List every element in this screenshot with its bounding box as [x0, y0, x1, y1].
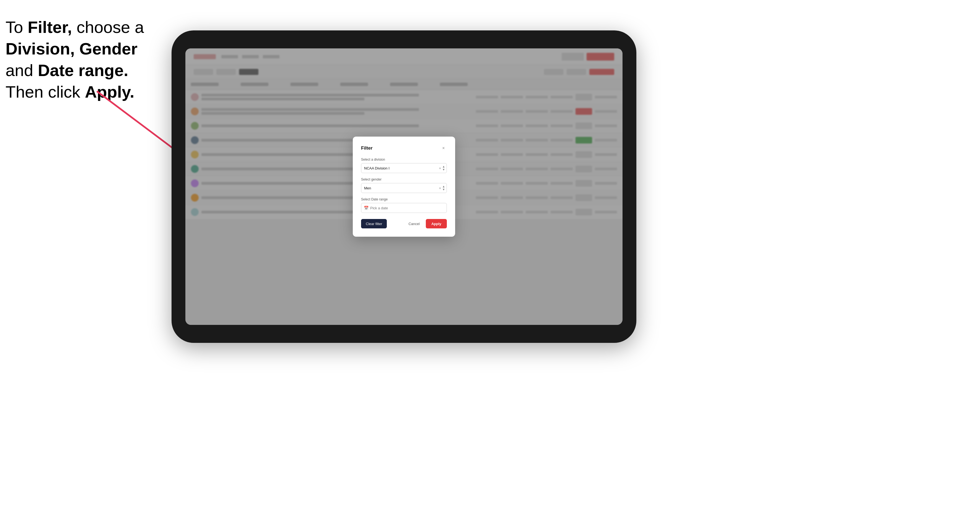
date-field-group: Select Date range 📅 — [361, 197, 447, 213]
division-label: Select a division — [361, 157, 447, 162]
tablet-screen: Filter × Select a division NCAA Division… — [185, 48, 622, 325]
gender-field-group: Select gender Men Women Co-ed × ▲▼ — [361, 178, 447, 193]
cancel-button[interactable]: Cancel — [404, 219, 424, 229]
division-chevron-icon: ▲▼ — [442, 165, 445, 171]
apply-button[interactable]: Apply — [426, 219, 447, 229]
gender-chevron-icon: ▲▼ — [442, 185, 445, 191]
division-select-controls: × ▲▼ — [439, 165, 445, 171]
dialog-title: Filter — [361, 145, 373, 151]
date-input[interactable] — [361, 203, 447, 213]
instruction-line2: Division, Gender — [6, 40, 137, 58]
gender-clear-icon[interactable]: × — [439, 186, 441, 190]
tablet-frame: Filter × Select a division NCAA Division… — [172, 30, 636, 343]
clear-filter-button[interactable]: Clear filter — [361, 219, 387, 229]
dialog-footer: Clear filter Cancel Apply — [361, 219, 447, 229]
division-select-wrapper: NCAA Division I NCAA Division II NCAA Di… — [361, 163, 447, 173]
footer-right-buttons: Cancel Apply — [404, 219, 447, 229]
modal-overlay: Filter × Select a division NCAA Division… — [185, 48, 622, 325]
instruction-line1: To Filter, choose a — [6, 18, 144, 37]
instruction-line3: and Date range. — [6, 61, 128, 79]
dialog-header: Filter × — [361, 145, 447, 151]
gender-select[interactable]: Men Women Co-ed — [361, 183, 447, 193]
date-label: Select Date range — [361, 197, 447, 201]
division-select[interactable]: NCAA Division I NCAA Division II NCAA Di… — [361, 163, 447, 173]
close-button[interactable]: × — [440, 145, 447, 151]
gender-select-wrapper: Men Women Co-ed × ▲▼ — [361, 183, 447, 193]
gender-select-controls: × ▲▼ — [439, 185, 445, 191]
gender-label: Select gender — [361, 178, 447, 181]
instruction-line4: Then click Apply. — [6, 83, 134, 101]
date-input-wrapper: 📅 — [361, 203, 447, 213]
filter-dialog: Filter × Select a division NCAA Division… — [353, 137, 455, 237]
division-clear-icon[interactable]: × — [439, 166, 441, 170]
instruction-text: To Filter, choose a Division, Gender and… — [6, 17, 161, 103]
division-field-group: Select a division NCAA Division I NCAA D… — [361, 157, 447, 173]
calendar-icon: 📅 — [364, 206, 369, 210]
